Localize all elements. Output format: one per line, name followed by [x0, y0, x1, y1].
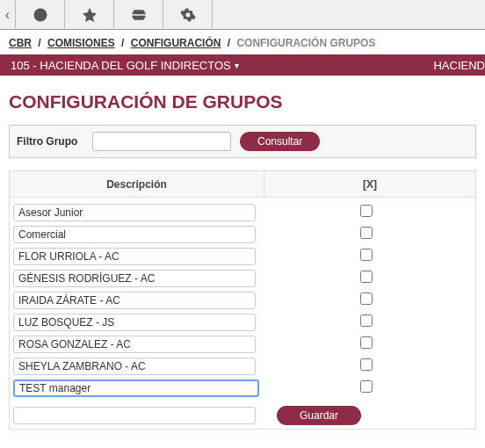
table-row: [10, 311, 475, 333]
breadcrumb-sep: /: [121, 37, 124, 49]
filter-label: Filtro Grupo: [17, 135, 92, 148]
clock-icon: [33, 7, 48, 23]
table-row: [10, 333, 475, 355]
delete-checkbox[interactable]: [360, 380, 373, 393]
delete-checkbox[interactable]: [360, 336, 373, 349]
breadcrumb-item[interactable]: COMISIONES: [47, 37, 115, 49]
group-description-input[interactable]: [13, 292, 256, 309]
tab-favorites[interactable]: [65, 0, 114, 29]
table-body: [10, 198, 475, 402]
top-tabs: ‹: [0, 0, 485, 30]
star-icon: [82, 7, 98, 23]
tray-icon: [130, 6, 148, 24]
group-description-input[interactable]: [13, 358, 256, 375]
table-row: [10, 223, 475, 245]
group-description-input[interactable]: [13, 314, 256, 331]
table-footer: Guardar: [10, 402, 475, 429]
groups-table: Descripción [X] Guardar: [9, 170, 476, 430]
breadcrumb-current: CONFIGURACIÓN GRUPOS: [236, 37, 375, 49]
back-arrow[interactable]: ‹: [0, 0, 16, 29]
breadcrumb-item[interactable]: CONFIGURACIÓN: [131, 37, 221, 49]
chevron-down-icon: ▾: [235, 61, 239, 70]
delete-checkbox[interactable]: [360, 314, 373, 327]
project-strip: 105 - HACIENDA DEL GOLF INDIRECTOS ▾ HAC…: [0, 54, 485, 76]
new-group-input[interactable]: [13, 407, 256, 424]
filter-input[interactable]: [92, 132, 231, 151]
project-right-label: HACIEND: [433, 59, 485, 72]
group-description-input[interactable]: [13, 270, 256, 287]
breadcrumb: CBR / COMISIONES / CONFIGURACIÓN / CONFI…: [0, 30, 485, 54]
table-row: [10, 245, 475, 267]
table-header: Descripción [X]: [10, 171, 475, 198]
group-description-input[interactable]: [13, 336, 256, 353]
delete-checkbox[interactable]: [360, 249, 373, 261]
filter-box: Filtro Grupo Consultar: [9, 125, 476, 158]
tab-settings[interactable]: [163, 0, 213, 29]
tab-inbox[interactable]: [114, 0, 163, 29]
group-description-input[interactable]: [13, 248, 256, 265]
save-button[interactable]: Guardar: [277, 406, 361, 425]
delete-checkbox[interactable]: [360, 358, 373, 371]
table-row: [10, 201, 475, 223]
col-header-description: Descripción: [10, 171, 264, 197]
tab-recent[interactable]: [16, 0, 65, 29]
table-row: [10, 267, 475, 289]
delete-checkbox[interactable]: [360, 293, 373, 305]
delete-checkbox[interactable]: [360, 271, 373, 283]
breadcrumb-item[interactable]: CBR: [9, 37, 32, 49]
table-row: [10, 289, 475, 311]
gear-icon: [180, 7, 196, 23]
group-description-input[interactable]: [13, 379, 259, 397]
project-selector[interactable]: 105 - HACIENDA DEL GOLF INDIRECTOS ▾: [0, 59, 250, 72]
breadcrumb-sep: /: [38, 37, 40, 49]
table-row: [10, 377, 475, 399]
delete-checkbox[interactable]: [360, 205, 373, 217]
consult-button[interactable]: Consultar: [240, 132, 320, 151]
project-name: 105 - HACIENDA DEL GOLF INDIRECTOS: [11, 59, 231, 72]
table-row: [10, 355, 475, 377]
breadcrumb-sep: /: [228, 37, 230, 49]
group-description-input[interactable]: [13, 204, 256, 221]
page-title: CONFIGURACIÓN DE GRUPOS: [0, 76, 485, 125]
group-description-input[interactable]: [13, 226, 256, 243]
col-header-delete: [X]: [264, 178, 475, 191]
delete-checkbox[interactable]: [360, 227, 373, 239]
